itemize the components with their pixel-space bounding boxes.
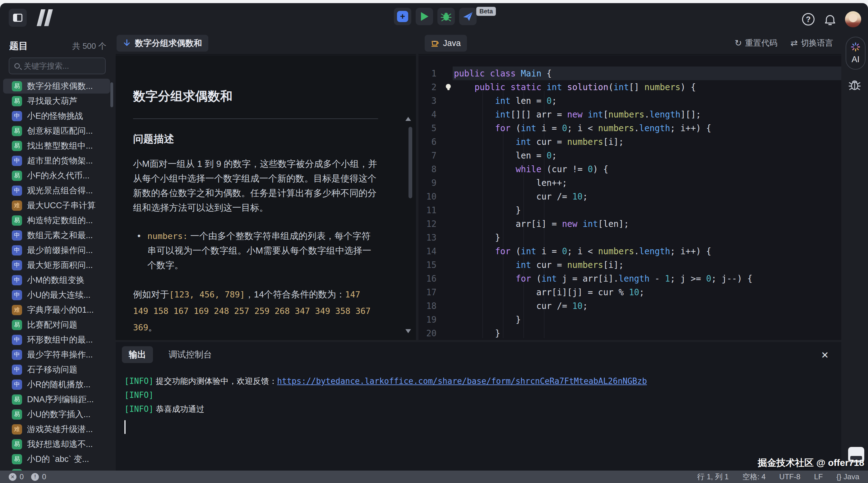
logo-m-icon (34, 9, 56, 26)
problem-list-item[interactable]: 易 比赛配对问题 (3, 317, 110, 332)
problem-title: 小U的最大连续... (27, 289, 90, 300)
line-number: 16 (418, 272, 444, 285)
switch-language-button[interactable]: ⇄ 切换语言 (790, 38, 833, 49)
tab-debug-console[interactable]: 调试控制台 (162, 346, 219, 363)
sidebar-scrollbar[interactable] (111, 83, 113, 107)
submit-button[interactable] (459, 8, 476, 25)
difficulty-badge: 中 (12, 380, 22, 390)
status-item[interactable]: UTF-8 (779, 473, 801, 481)
status-item[interactable]: LF (814, 473, 823, 481)
tab-problem[interactable]: 数字分组求偶数和 (117, 35, 208, 52)
code-line[interactable]: 7 len = 0; (418, 149, 841, 162)
sidebar-toggle-button[interactable] (9, 9, 27, 27)
problem-list-item[interactable]: 难 字典序最小的01... (3, 302, 110, 317)
problem-list-item[interactable]: 中 小E的怪物挑战 (3, 108, 110, 123)
problem-list-item[interactable]: 中 数组元素之和最... (3, 228, 110, 243)
problem-list-item[interactable]: 易 找出整型数组中... (3, 138, 110, 153)
code-line[interactable]: 8 while (cur != 0) { (418, 162, 841, 176)
problem-title: 最大矩形面积问... (27, 260, 93, 271)
problem-list-item[interactable]: 难 最大UCC子串计算 (3, 198, 110, 213)
problem-list-item[interactable]: 中 小U的最大连续... (3, 288, 110, 302)
scroll-up-arrow[interactable] (405, 117, 411, 121)
feedback-link[interactable]: https://bytedance.larkoffice.com/share/b… (277, 376, 647, 386)
problem-list-item[interactable]: 难 游戏英雄升级潜... (3, 422, 110, 437)
code-line[interactable]: 13 } (418, 231, 841, 244)
code-line[interactable]: 12 arr[i] = new int[len]; (418, 217, 841, 231)
problem-list-item[interactable]: 易 构造特定数组的... (3, 213, 110, 228)
debug-panel-button[interactable] (848, 78, 861, 93)
run-button[interactable] (416, 8, 433, 25)
status-item[interactable]: 行 1, 列 1 (697, 472, 729, 482)
problem-list-item[interactable]: 易 小D的 `abc` 变... (3, 452, 110, 466)
problem-list-item[interactable]: 中 小M的数组变换 (3, 272, 110, 288)
code-line[interactable]: 1 public class Main { (418, 66, 841, 80)
ai-assistant-button[interactable]: AI (846, 37, 866, 70)
new-file-button[interactable]: + (394, 8, 411, 25)
problem-example: 例如对于[123, 456, 789]，14个符合条件的数为：147 149 1… (133, 286, 378, 336)
tab-language-java[interactable]: Java (425, 35, 467, 52)
difficulty-badge: 易 (12, 409, 22, 420)
problem-list-item[interactable]: 易 数字分组求偶数... (3, 78, 110, 94)
close-panel-button[interactable]: ✕ (821, 351, 829, 360)
code-editor[interactable]: 1 public class Main { 2 public static in… (418, 55, 841, 340)
code-line[interactable]: 9 len++; (418, 176, 841, 190)
problem-list-item[interactable]: 易 小F的永久代币... (3, 168, 110, 183)
code-line[interactable]: 6 int cur = numbers[i]; (418, 135, 841, 149)
code-line[interactable]: 18 cur /= 10; (418, 299, 841, 313)
problem-list: 易 数字分组求偶数... 易 寻找最大葫芦 中 小E的怪物挑战 易 创意标题匹配… (3, 78, 110, 471)
code-line[interactable]: 2 public static int solution(int[] numbe… (418, 80, 841, 94)
problem-list-item[interactable]: 易 DNA序列编辑距... (3, 392, 110, 407)
problem-title: 小U的数字插入... (27, 409, 90, 420)
warning-count: 0 (42, 473, 46, 481)
difficulty-badge: 易 (12, 454, 22, 464)
description-scrollbar[interactable] (408, 127, 412, 198)
problem-list-item[interactable]: 易 我好想逃却逃不... (3, 437, 110, 452)
problem-title: 我好想逃却逃不... (27, 439, 93, 450)
code-line[interactable]: 17 arr[i][j] = cur % 10; (418, 285, 841, 299)
line-code: int len = 0; (444, 94, 557, 107)
problem-list-item[interactable]: 中 小R的随机播放... (3, 377, 110, 392)
problem-list-item[interactable]: 中 超市里的货物架... (3, 153, 110, 168)
search-input[interactable]: 关键字搜索... (9, 58, 106, 74)
code-line[interactable]: 3 int len = 0; (418, 94, 841, 107)
problem-list-item[interactable]: 易 创意标题匹配问... (3, 123, 110, 138)
problem-list-item[interactable]: 中 石子移动问题 (3, 362, 110, 377)
problem-list-item[interactable]: 易 (3, 466, 110, 471)
editor-tab-bar: Java ↻ 重置代码 ⇄ 切换语言 (418, 31, 841, 55)
problem-title: 创意标题匹配问... (27, 125, 93, 136)
tab-output[interactable]: 输出 (122, 346, 153, 363)
bell-icon (823, 12, 837, 26)
reset-code-button[interactable]: ↻ 重置代码 (735, 38, 777, 49)
avatar[interactable] (845, 11, 861, 27)
code-line[interactable]: 11 } (418, 203, 841, 217)
status-item[interactable]: {} Java (837, 473, 859, 481)
scroll-down-arrow[interactable] (405, 329, 411, 333)
top-bar: + Beta ? (0, 3, 868, 31)
difficulty-badge: 易 (12, 126, 22, 136)
problems-status[interactable]: ✕ 0 ! 0 (9, 473, 51, 481)
problem-list-item[interactable]: 中 最少前缀操作问... (3, 243, 110, 258)
debug-button[interactable] (437, 8, 455, 25)
code-line[interactable]: 4 int[][] arr = new int[numbers.length][… (418, 107, 841, 121)
problem-list-item[interactable]: 易 寻找最大葫芦 (3, 94, 110, 108)
notifications-button[interactable] (823, 12, 837, 26)
lightbulb-icon[interactable] (446, 84, 451, 89)
code-line[interactable]: 10 cur /= 10; (418, 190, 841, 203)
problem-list-item[interactable]: 中 最少字符串操作... (3, 347, 110, 362)
problem-list-item[interactable]: 中 观光景点组合得... (3, 183, 110, 198)
problem-list-item[interactable]: 中 环形数组中的最... (3, 332, 110, 347)
line-number: 13 (418, 231, 444, 244)
code-line[interactable]: 15 int cur = numbers[i]; (418, 258, 841, 272)
question-icon: ? (806, 15, 810, 24)
code-line[interactable]: 14 for (int i = 0; i < numbers.length; i… (418, 244, 841, 258)
status-item[interactable]: 空格: 4 (742, 472, 766, 482)
code-line[interactable]: 19 } (418, 313, 841, 326)
code-line[interactable]: 5 for (int i = 0; i < numbers.length; i+… (418, 121, 841, 135)
problem-list-item[interactable]: 中 最大矩形面积问... (3, 258, 110, 272)
description-panel: 数字分组求偶数和 数字分组求偶数和 问题描述 小M面对一组从 1 到 9 的数字… (116, 31, 416, 340)
code-line[interactable]: 16 for (int j = arr[i].length - 1; j >= … (418, 272, 841, 285)
problem-list-item[interactable]: 易 小U的数字插入... (3, 407, 110, 422)
help-button[interactable]: ? (802, 13, 814, 26)
code-line[interactable]: 20 } (418, 326, 841, 340)
difficulty-badge: 中 (12, 245, 22, 256)
